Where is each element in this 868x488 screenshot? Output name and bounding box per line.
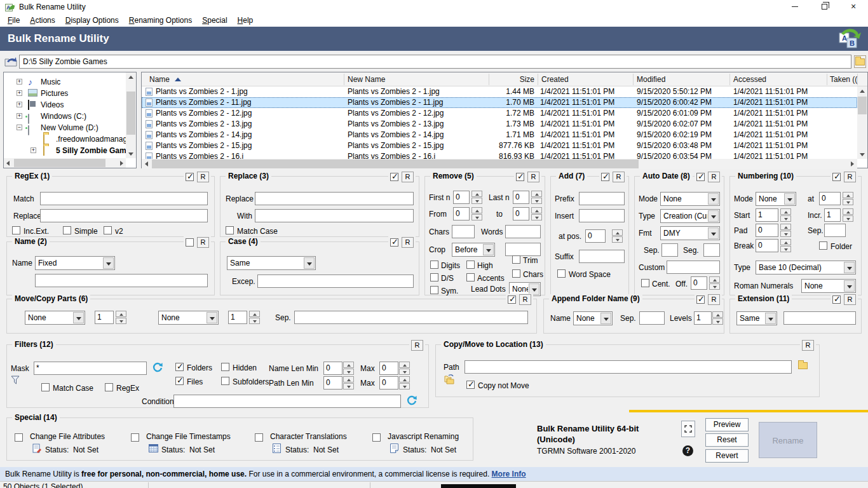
numbering-enabled-checkbox[interactable] [832,173,841,181]
prefix-input[interactable] [579,192,625,205]
levels-spinner[interactable] [712,311,723,325]
remove-from-input[interactable]: 0 [453,207,470,220]
remove-reset-button[interactable]: R [527,172,539,182]
part2-spinner[interactable] [249,311,260,325]
expand-icon[interactable]: + [31,147,36,153]
replace-enabled-checkbox[interactable] [390,173,398,181]
expand-icon[interactable]: + [17,90,22,96]
numbering-start-input[interactable]: 1 [756,208,778,222]
extension-enabled-checkbox[interactable] [832,295,841,304]
v2-checkbox[interactable] [104,226,112,234]
date-separator-input[interactable] [661,243,678,257]
tree-item-label[interactable]: Music [41,78,60,86]
move-copy-reset-button[interactable]: R [519,294,531,305]
hidden-checkbox[interactable] [221,363,229,371]
name-len-min-input[interactable]: 0 [323,362,342,375]
revert-button[interactable]: Revert [705,449,749,463]
browse-destination-icon[interactable] [798,362,808,371]
century-checkbox[interactable] [641,279,649,287]
dropdown-arrow-icon[interactable] [73,312,84,323]
numbering-type-dropdown[interactable]: Base 10 (Decimal) [756,261,856,274]
chars-checkbox[interactable] [512,269,520,278]
date-segment-input[interactable] [703,243,720,257]
name-mode-dropdown[interactable]: Fixed [35,256,115,270]
path-len-max-spinner[interactable] [399,376,410,390]
menu-actions[interactable]: Actions [25,15,60,26]
at-position-input[interactable]: 0 [585,229,606,243]
double-space-checkbox[interactable] [430,273,438,281]
file-row[interactable]: Plants vs Zombies 2 - 15.jpgPlants vs Zo… [142,140,857,151]
include-extension-checkbox[interactable] [12,226,20,234]
last-n-spinner[interactable] [531,191,542,205]
tree-item-label[interactable]: Windows (C:) [41,112,86,121]
move-copy-enabled-checkbox[interactable] [508,295,516,304]
name-len-max-spinner[interactable] [399,362,410,376]
filters-reset-button[interactable]: R [411,340,423,351]
dropdown-arrow-icon[interactable] [844,262,855,273]
case-enabled-checkbox[interactable] [390,238,398,247]
tree-item-label[interactable]: 5 Silly Zombie Games [56,146,135,155]
name-len-min-spinner[interactable] [343,362,354,376]
append-separator-input[interactable] [639,311,665,325]
condition-input[interactable] [173,395,401,408]
crop-text-input[interactable] [505,243,541,256]
scroll-up-button[interactable] [857,86,867,95]
case-exception-input[interactable] [257,274,414,288]
list-vscrollbar[interactable] [857,86,867,159]
column-header-modified[interactable]: Modified [637,75,665,84]
symbols-checkbox[interactable] [430,286,438,294]
column-header-accessed[interactable]: Accessed [733,75,766,84]
name-enabled-checkbox[interactable] [186,238,194,247]
suffix-input[interactable] [579,250,625,263]
path-len-min-spinner[interactable] [343,376,354,390]
dropdown-arrow-icon[interactable] [708,227,719,239]
scroll-right-button[interactable] [117,158,126,168]
folder-numbering-checkbox[interactable] [819,241,827,250]
refresh-icon[interactable] [406,395,417,406]
filter-regex-checkbox[interactable] [105,383,113,391]
change-attributes-checkbox[interactable] [15,433,23,442]
help-icon[interactable]: ? [682,445,693,456]
tree-item[interactable]: +Pictures [4,88,125,99]
high-checkbox[interactable] [466,261,475,269]
dropdown-arrow-icon[interactable] [103,257,114,269]
add-enabled-checkbox[interactable] [601,173,609,181]
regex-match-input[interactable] [40,192,208,205]
scroll-down-button[interactable] [857,150,867,159]
append-levels-input[interactable]: 1 [694,311,712,325]
part1-spinner[interactable] [116,311,126,325]
remove-first-n-input[interactable]: 0 [453,191,470,204]
column-header-name[interactable]: Name [149,75,170,84]
copy-move-reset-button[interactable]: R [802,340,814,351]
numbering-at-input[interactable]: 0 [819,192,841,205]
remove-enabled-checkbox[interactable] [516,173,524,181]
add-reset-button[interactable]: R [613,172,625,182]
restore-button[interactable] [810,0,839,14]
at-spinner[interactable] [843,192,853,206]
name-len-max-input[interactable]: 0 [379,362,398,375]
expand-icon[interactable]: + [17,113,22,119]
first-n-spinner[interactable] [471,191,482,205]
numbering-increment-input[interactable]: 1 [824,208,841,222]
numbering-separator-input[interactable] [824,224,846,237]
name-reset-button[interactable]: R [197,237,209,248]
file-row[interactable]: Plants vs Zombies 2 - 12.jpgPlants vs Zo… [142,108,857,119]
file-row[interactable]: Plants vs Zombies 2 - 13.jpgPlants vs Zo… [142,119,857,130]
dropdown-arrow-icon[interactable] [304,257,315,269]
column-header-new-name[interactable]: New Name [348,75,385,84]
auto-date-enabled-checkbox[interactable] [696,173,705,181]
file-row[interactable]: Plants vs Zombies 2 - 1.jpgPlants vs Zom… [142,86,857,97]
menu-file[interactable]: File [3,15,25,26]
expand-icon[interactable]: + [17,79,22,85]
scroll-left-button[interactable] [4,158,13,168]
numbering-reset-button[interactable]: R [844,172,856,182]
files-checkbox[interactable] [175,377,184,385]
file-row[interactable]: Plants vs Zombies 2 - 16.jPlants vs Zomb… [142,151,857,159]
extension-input[interactable] [783,311,856,325]
case-mode-dropdown[interactable]: Same [227,256,316,270]
expand-icon[interactable]: + [17,102,22,107]
date-format-dropdown[interactable]: DMY [660,226,720,240]
path-input[interactable]: D:\5 Silly Zombie Games [19,55,851,69]
file-row[interactable]: Plants vs Zombies 2 - 11.jpgPlants vs Zo… [142,97,857,108]
numbering-pad-input[interactable]: 0 [756,224,778,237]
